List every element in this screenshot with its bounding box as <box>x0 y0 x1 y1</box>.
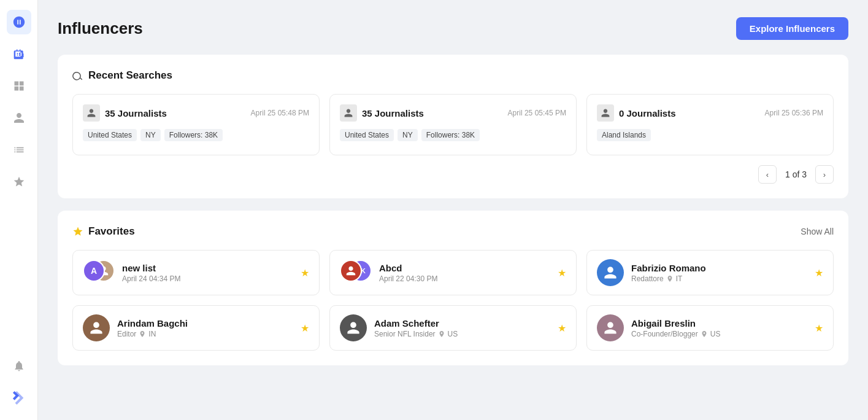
fav-avatar-group-abcd: AK <box>340 260 372 286</box>
fav-card-fabrizio[interactable]: Fabrizio Romano Redattore IT ★ <box>586 250 834 295</box>
favorites-star-icon <box>72 226 83 237</box>
page-title: Influencers <box>58 19 143 38</box>
sidebar-logo-bottom[interactable] <box>7 386 31 410</box>
search-card-1-label: 35 Journalists <box>105 108 246 119</box>
fav-star-fabrizio[interactable]: ★ <box>815 267 823 279</box>
search-card-1-date: April 25 05:48 PM <box>251 109 309 117</box>
location-icon-arindam <box>139 330 146 338</box>
sidebar <box>0 0 38 420</box>
fav-sub-abigail: Co-Founder/Blogger US <box>631 330 807 338</box>
location-label-abigail: US <box>710 330 721 338</box>
fav-info-fabrizio: Fabrizio Romano Redattore IT <box>631 263 807 283</box>
fav-card-adam[interactable]: Adam Schefter Senior NFL Insider US ★ <box>329 305 577 351</box>
fav-info-abigail: Abigail Breslin Co-Founder/Blogger US <box>631 318 807 338</box>
recent-searches-header: Recent Searches <box>72 69 834 82</box>
pagination: ‹ 1 of 3 › <box>72 165 834 184</box>
search-card-3-tags: Aland Islands <box>597 129 823 141</box>
fav-star-abigail[interactable]: ★ <box>815 322 823 334</box>
fav-avatar-arindam <box>83 314 110 341</box>
fav-name-new-list: new list <box>122 263 293 273</box>
favorites-section: Favorites Show All A new list April 24 0… <box>58 211 848 365</box>
journalist-icon-3 <box>597 104 614 122</box>
search-card-1-tags: United States NY Followers: 38K <box>83 129 309 141</box>
sidebar-favorites[interactable] <box>7 169 31 194</box>
fav-star-new-list[interactable]: ★ <box>301 267 309 279</box>
fav-avatar-a1: A <box>83 260 105 282</box>
search-card-2-tags: United States NY Followers: 38K <box>340 129 566 141</box>
tag-followers-2: Followers: 38K <box>421 129 480 141</box>
favorites-header: Favorites Show All <box>72 225 834 238</box>
show-all-link[interactable]: Show All <box>801 227 834 236</box>
fav-info-new-list: new list April 24 04:34 PM <box>122 263 293 283</box>
search-card-3[interactable]: 0 Journalists April 25 05:36 PM Aland Is… <box>586 94 834 155</box>
tag-us-1: United States <box>83 129 137 141</box>
fav-card-arindam[interactable]: Arindam Bagchi Editor IN ★ <box>72 305 320 351</box>
fav-subtitle-fabrizio: Redattore <box>631 274 664 283</box>
fav-star-adam[interactable]: ★ <box>558 322 566 334</box>
prev-page-button[interactable]: ‹ <box>758 165 777 184</box>
search-card-2-label: 35 Journalists <box>362 108 503 119</box>
sidebar-lists[interactable] <box>7 138 31 162</box>
search-icon <box>72 70 83 81</box>
sidebar-robot[interactable] <box>7 42 31 66</box>
tag-aland: Aland Islands <box>597 129 651 141</box>
search-card-3-date: April 25 05:36 PM <box>765 109 823 117</box>
tag-ny-1: NY <box>140 129 161 141</box>
tag-us-2: United States <box>340 129 394 141</box>
favorites-title: Favorites <box>88 225 135 238</box>
search-cards-row: 35 Journalists April 25 05:48 PM United … <box>72 94 834 155</box>
fav-name-fabrizio: Fabrizio Romano <box>631 263 807 273</box>
page-header: Influencers Explore Influencers <box>58 17 848 40</box>
search-card-2-date: April 25 05:45 PM <box>508 109 566 117</box>
fav-avatar-group-new-list: A <box>83 260 115 286</box>
journalist-icon-2 <box>340 104 357 122</box>
fav-info-arindam: Arindam Bagchi Editor IN <box>117 318 293 338</box>
fav-sub-adam: Senior NFL Insider US <box>374 330 550 338</box>
fav-name-arindam: Arindam Bagchi <box>117 318 293 329</box>
sidebar-notifications[interactable] <box>7 354 31 378</box>
sidebar-contacts[interactable] <box>7 106 31 130</box>
sidebar-logo[interactable] <box>7 10 31 34</box>
fav-star-abcd[interactable]: ★ <box>558 267 566 279</box>
fav-card-abcd[interactable]: AK Abcd April 22 04:30 PM ★ <box>329 250 577 295</box>
fav-info-abcd: Abcd April 22 04:30 PM <box>379 263 550 283</box>
journalist-icon-1 <box>83 104 100 122</box>
fav-info-adam: Adam Schefter Senior NFL Insider US <box>374 318 550 338</box>
fav-star-arindam[interactable]: ★ <box>301 322 309 334</box>
fav-avatar-adam <box>340 314 367 341</box>
fav-sub-fabrizio: Redattore IT <box>631 274 807 283</box>
fav-name-adam: Adam Schefter <box>374 318 550 329</box>
fav-name-abcd: Abcd <box>379 263 550 273</box>
fav-sub-arindam: Editor IN <box>117 330 293 338</box>
search-card-1[interactable]: 35 Journalists April 25 05:48 PM United … <box>72 94 320 155</box>
recent-searches-section: Recent Searches 35 Journalists April 25 … <box>58 55 848 198</box>
fav-sub-new-list: April 24 04:34 PM <box>122 274 293 283</box>
fav-name-abigail: Abigail Breslin <box>631 318 807 329</box>
search-card-2[interactable]: 35 Journalists April 25 05:45 PM United … <box>329 94 577 155</box>
fav-card-abigail[interactable]: Abigail Breslin Co-Founder/Blogger US ★ <box>586 305 834 351</box>
favorites-grid: A new list April 24 04:34 PM ★ AK <box>72 250 834 351</box>
fav-subtitle-arindam: Editor <box>117 330 136 338</box>
search-card-3-label: 0 Journalists <box>619 108 760 119</box>
location-label-fabrizio: IT <box>676 274 683 283</box>
fav-subtitle-abigail: Co-Founder/Blogger <box>631 330 698 338</box>
main-content: Influencers Explore Influencers Recent S… <box>38 0 868 420</box>
location-icon-fabrizio <box>666 275 674 282</box>
location-icon-abigail <box>701 330 708 338</box>
fav-sub-abcd: April 22 04:30 PM <box>379 274 550 283</box>
next-page-button[interactable]: › <box>815 165 834 184</box>
sidebar-grid[interactable] <box>7 74 31 98</box>
fav-subtitle-adam: Senior NFL Insider <box>374 330 436 338</box>
fav-avatar-abigail <box>597 314 624 341</box>
page-info: 1 of 3 <box>779 169 813 179</box>
location-label-adam: US <box>448 330 458 338</box>
fav-card-new-list[interactable]: A new list April 24 04:34 PM ★ <box>72 250 320 295</box>
recent-searches-title: Recent Searches <box>88 69 172 82</box>
location-label-arindam: IN <box>148 330 156 338</box>
fav-avatar-abcd-a1 <box>340 260 362 282</box>
location-icon-adam <box>438 330 445 338</box>
tag-followers-1: Followers: 38K <box>164 129 223 141</box>
tag-ny-2: NY <box>398 129 418 141</box>
explore-influencers-button[interactable]: Explore Influencers <box>736 17 848 40</box>
fav-avatar-fabrizio <box>597 259 624 286</box>
